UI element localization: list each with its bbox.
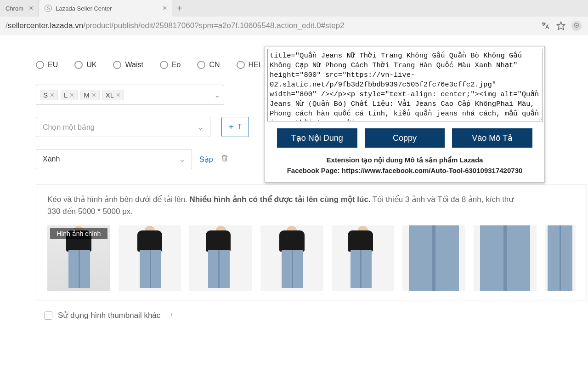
radio-label: Eo xyxy=(172,61,181,69)
tab-title: Chrom xyxy=(6,5,23,12)
size-multiselect[interactable]: S✕ L✕ M✕ XL✕ ⌄ xyxy=(36,85,224,105)
radio-icon xyxy=(197,61,205,69)
main-image-badge: Hình ảnh chính xyxy=(50,228,107,239)
radio-label: HEI xyxy=(249,61,261,69)
address-bar-actions: ⦿ xyxy=(540,21,585,31)
copy-button[interactable]: Coppy xyxy=(365,128,445,148)
alt-thumbnail-checkbox[interactable] xyxy=(44,311,52,320)
close-icon[interactable]: × xyxy=(23,4,33,12)
browser-tab-active[interactable]: S Lazada Seller Center × xyxy=(39,0,172,17)
translate-icon[interactable] xyxy=(540,21,550,31)
alt-thumbnail-row: Sử dụng hình thumbnail khác i xyxy=(43,310,588,320)
star-icon[interactable] xyxy=(556,21,566,31)
radio-label: EU xyxy=(48,61,58,69)
upload-instructions: Kéo và thả hình ảnh bên dưới để tải lên.… xyxy=(47,194,576,217)
size-chip[interactable]: M✕ xyxy=(80,90,100,100)
collapse-link[interactable]: Sập xyxy=(199,155,213,164)
color-value: Xanh xyxy=(43,155,60,163)
chip-remove-icon[interactable]: ✕ xyxy=(91,92,96,98)
radio-icon xyxy=(36,61,44,69)
product-thumbnail[interactable] xyxy=(402,225,465,291)
select-placeholder: Chọn một bảng xyxy=(43,123,95,132)
alt-thumbnail-label: Sử dụng hình thumbnail khác xyxy=(58,310,160,320)
radio-icon xyxy=(237,61,245,69)
size-chip[interactable]: S✕ xyxy=(40,90,58,100)
trash-icon[interactable] xyxy=(220,154,229,165)
extension-textarea[interactable] xyxy=(267,49,543,121)
insert-description-button[interactable]: Vào Mô Tả xyxy=(452,128,532,148)
product-thumbnail[interactable] xyxy=(189,225,252,291)
chip-remove-icon[interactable]: ✕ xyxy=(50,92,55,98)
extension-button-row: Tạo Nội Dung Coppy Vào Mô Tả xyxy=(265,126,544,150)
chip-label: L xyxy=(64,91,68,99)
chevron-down-icon: ⌄ xyxy=(179,155,185,164)
chevron-down-icon: ⌄ xyxy=(214,91,220,99)
radio-icon xyxy=(113,61,121,69)
chip-label: M xyxy=(84,91,90,99)
product-thumbnail[interactable] xyxy=(260,225,323,291)
create-content-button[interactable]: Tạo Nội Dung xyxy=(277,128,357,148)
size-chip[interactable]: L✕ xyxy=(61,90,78,100)
product-thumbnail-main[interactable]: Hình ảnh chính xyxy=(47,225,110,291)
chip-label: S xyxy=(43,91,48,99)
product-thumbnail[interactable] xyxy=(119,225,181,291)
extension-footer: Extension tạo nội dung Mô tả sản phẩm La… xyxy=(265,150,544,182)
chip-label: XL xyxy=(106,91,114,99)
url-path: /product/publish/edit/259817060?spm=a2o7… xyxy=(83,21,345,30)
radio-option-waist[interactable]: Waist xyxy=(113,61,143,69)
instr-bold: Nhiều hình ảnh có thể được tải lên cùng … xyxy=(190,195,371,204)
radio-label: Waist xyxy=(125,61,143,69)
radio-option-hei[interactable]: HEI xyxy=(237,61,261,69)
close-icon[interactable]: × xyxy=(157,4,167,12)
url-host: sellercenter.lazada.vn xyxy=(8,21,83,30)
browser-tab-strip: Chrom × S Lazada Seller Center × + xyxy=(0,0,588,17)
instr-part: Kéo và thả hình ảnh bên dưới để tải lên. xyxy=(47,195,190,204)
radio-option-eu[interactable]: EU xyxy=(36,61,58,69)
radio-label: UK xyxy=(86,61,96,69)
product-thumbnail[interactable] xyxy=(545,225,576,291)
chip-remove-icon[interactable]: ✕ xyxy=(116,92,121,98)
thumbnail-row: Hình ảnh chính xyxy=(47,225,576,291)
table-select[interactable]: Chọn một bảng ⌄ xyxy=(36,117,210,137)
radio-option-eo[interactable]: Eo xyxy=(160,61,181,69)
instr-part: 330 đến 5000 * 5000 px. xyxy=(47,207,133,216)
radio-icon xyxy=(74,61,83,69)
extension-icon[interactable]: ⦿ xyxy=(571,21,582,31)
product-thumbnail[interactable] xyxy=(332,225,395,291)
ext-footer-line1: Extension tạo nội dung Mô tả sản phẩm La… xyxy=(327,156,483,164)
chip-remove-icon[interactable]: ✕ xyxy=(69,92,74,98)
add-table-button[interactable]: + T xyxy=(221,117,249,137)
extension-popup: Tạo Nội Dung Coppy Vào Mô Tả Extension t… xyxy=(265,46,545,183)
url-input[interactable]: /sellercenter.lazada.vn/product/publish/… xyxy=(3,21,540,30)
chevron-down-icon: ⌄ xyxy=(198,123,204,132)
tab-title: Lazada Seller Center xyxy=(56,5,112,12)
radio-icon xyxy=(160,61,168,69)
color-select[interactable]: Xanh ⌄ xyxy=(36,149,192,169)
ext-footer-line2: Facebook Page: https://www.facebook.com/… xyxy=(287,167,523,174)
instr-part: Tối thiểu 3 ảnh và Tối đa 8 ảnh, kích th… xyxy=(371,195,514,204)
info-icon[interactable]: i xyxy=(166,312,172,319)
size-chip[interactable]: XL✕ xyxy=(102,90,124,100)
new-tab-button[interactable]: + xyxy=(172,3,187,14)
button-label: T xyxy=(237,122,242,132)
address-bar: /sellercenter.lazada.vn/product/publish/… xyxy=(0,17,588,35)
product-thumbnail[interactable] xyxy=(474,225,537,291)
radio-option-uk[interactable]: UK xyxy=(74,61,96,69)
radio-label: CN xyxy=(209,61,220,69)
browser-tab-inactive[interactable]: Chrom × xyxy=(0,0,39,17)
svg-marker-0 xyxy=(557,22,565,30)
radio-option-cn[interactable]: CN xyxy=(197,61,220,69)
image-upload-panel: Kéo và thả hình ảnh bên dưới để tải lên.… xyxy=(36,184,587,300)
tab-favicon-icon: S xyxy=(45,5,52,12)
plus-icon: + xyxy=(228,122,234,132)
